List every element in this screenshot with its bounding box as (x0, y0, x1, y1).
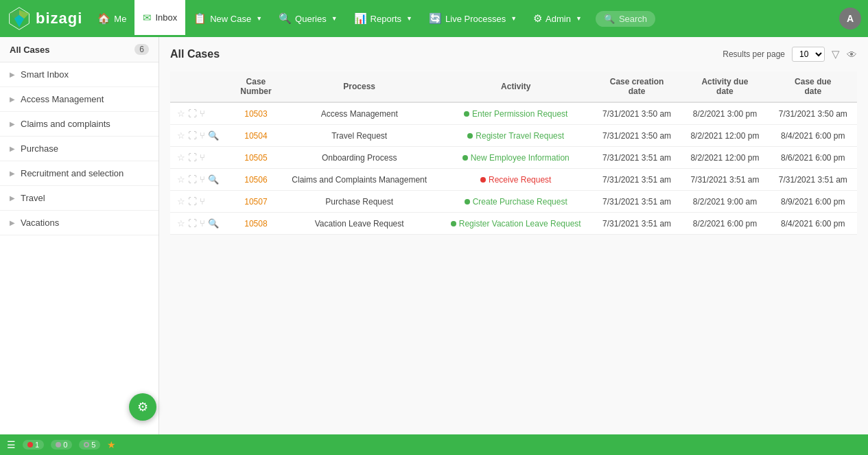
branch-icon[interactable]: ⑂ (200, 152, 205, 163)
case-number-link[interactable]: 10505 (244, 153, 267, 163)
hamburger-icon[interactable]: ☰ (7, 439, 16, 450)
nav-queries[interactable]: 🔍 Queries ▼ (270, 0, 345, 37)
sidebar-item-recruitment-label: Recruitment and selection (21, 168, 149, 178)
badge1-count: 1 (35, 441, 39, 449)
star-toggle[interactable]: ☆ (177, 108, 185, 119)
sidebar: All Cases 6 ▶ Smart Inbox ▶ Access Manag… (0, 37, 159, 434)
status-badge-3[interactable]: 5 (79, 440, 100, 450)
search-area[interactable]: 🔍 Search (596, 11, 655, 27)
search-row-icon[interactable]: 🔍 (208, 130, 219, 141)
share-icon[interactable]: ⛶ (188, 196, 197, 207)
logo-area[interactable]: bizagi (7, 6, 82, 31)
nav-reports-label: Reports (371, 14, 402, 24)
nav-reports[interactable]: 📊 Reports ▼ (346, 0, 421, 37)
branch-icon[interactable]: ⑂ (200, 174, 205, 185)
activity-cell: Register Vacation Leave Request (439, 213, 593, 235)
logo-text: bizagi (36, 10, 82, 27)
search-row-icon[interactable]: 🔍 (208, 174, 219, 185)
star-toggle[interactable]: ☆ (177, 196, 185, 207)
sidebar-item-access-management-label: Access Management (21, 94, 149, 104)
eye-icon[interactable]: 👁 (847, 49, 857, 60)
vacations-arrow: ▶ (10, 219, 15, 226)
nav-live-processes[interactable]: 🔄 Live Processes ▼ (421, 0, 525, 37)
case-number-link[interactable]: 10503 (244, 109, 267, 119)
branch-icon[interactable]: ⑂ (200, 108, 205, 119)
live-processes-arrow: ▼ (511, 15, 517, 22)
search-label: Search (619, 14, 647, 24)
sidebar-header-badge: 6 (134, 44, 149, 55)
sidebar-item-smart-inbox-label: Smart Inbox (21, 69, 149, 80)
case-number-cell: 10503 (232, 102, 280, 125)
table-row: ☆ ⛶ ⑂ 🔍 10504Travel RequestRegister Trav… (170, 125, 857, 147)
activity-status-dot (467, 133, 473, 139)
activity-cell: Register Travel Request (439, 125, 593, 147)
case-number-cell: 10508 (232, 213, 280, 235)
nav-new-case[interactable]: 📋 New Case ▼ (185, 0, 270, 37)
col-activity-due: Activity duedate (681, 71, 769, 102)
branch-icon[interactable]: ⑂ (200, 130, 205, 141)
nav-inbox[interactable]: ✉ Inbox (134, 0, 185, 37)
nav-items: 🏠 Me ✉ Inbox 📋 New Case ▼ 🔍 Queries ▼ 📊 … (89, 0, 834, 37)
status-bar: ☰ 1 0 5 ★ (0, 434, 868, 455)
activity-link[interactable]: Enter Permission Request (472, 109, 567, 119)
star-badge[interactable]: ★ (107, 439, 116, 450)
activity-cell: Receive Request (439, 169, 593, 191)
share-icon[interactable]: ⛶ (188, 174, 197, 185)
table-row: ☆ ⛶ ⑂ 10503Access ManagementEnter Permis… (170, 102, 857, 125)
nav-inbox-label: Inbox (155, 12, 177, 23)
search-icon: 🔍 (604, 14, 615, 24)
sidebar-item-travel[interactable]: ▶ Travel (0, 186, 159, 211)
case-number-link[interactable]: 10506 (244, 175, 267, 185)
activity-status-dot (464, 111, 469, 117)
sidebar-item-smart-inbox[interactable]: ▶ Smart Inbox (0, 62, 159, 87)
main-layout: All Cases 6 ▶ Smart Inbox ▶ Access Manag… (0, 37, 868, 434)
sidebar-item-access-management[interactable]: ▶ Access Management (0, 87, 159, 112)
sidebar-item-purchase[interactable]: ▶ Purchase (0, 137, 159, 161)
nav-admin[interactable]: ⚙ Admin ▼ (525, 0, 590, 37)
share-icon[interactable]: ⛶ (188, 218, 197, 229)
process-cell: Onboarding Process (280, 147, 439, 169)
case-number-link[interactable]: 10508 (244, 219, 267, 229)
activity-link[interactable]: Register Vacation Leave Request (459, 219, 581, 229)
share-icon[interactable]: ⛶ (188, 152, 197, 163)
case-creation-cell: 7/31/2021 3:51 am (593, 213, 681, 235)
row-actions-cell: ☆ ⛶ ⑂ (170, 147, 232, 169)
star-toggle[interactable]: ☆ (177, 174, 185, 185)
sidebar-item-vacations[interactable]: ▶ Vacations (0, 211, 159, 235)
results-per-page-select[interactable]: 10 20 50 (792, 47, 825, 62)
case-number-link[interactable]: 10504 (244, 131, 267, 141)
status-badge-1[interactable]: 1 (23, 440, 44, 450)
star-toggle[interactable]: ☆ (177, 152, 185, 163)
sidebar-item-recruitment[interactable]: ▶ Recruitment and selection (0, 161, 159, 186)
sidebar-item-claims-complaints[interactable]: ▶ Claims and complaints (0, 112, 159, 137)
filter-icon[interactable]: ▽ (832, 48, 840, 60)
new-case-arrow: ▼ (256, 15, 262, 22)
nav-me[interactable]: 🏠 Me (89, 0, 134, 37)
new-case-icon: 📋 (193, 12, 207, 25)
activity-link[interactable]: Register Travel Request (476, 131, 564, 141)
activity-status-dot (462, 155, 468, 161)
purchase-arrow: ▶ (10, 145, 15, 152)
branch-icon[interactable]: ⑂ (200, 196, 205, 207)
share-icon[interactable]: ⛶ (188, 130, 197, 141)
sidebar-item-vacations-label: Vacations (21, 218, 149, 228)
status-badge-2[interactable]: 0 (51, 440, 72, 450)
activity-due-cell: 8/2/2021 3:00 pm (681, 102, 769, 125)
share-icon[interactable]: ⛶ (188, 108, 197, 119)
table-row: ☆ ⛶ ⑂ 🔍 10508Vacation Leave RequestRegis… (170, 213, 857, 235)
process-cell: Access Management (280, 102, 439, 125)
col-case-due: Case duedate (769, 71, 857, 102)
case-number-link[interactable]: 10507 (244, 197, 267, 207)
cases-table: CaseNumber Process Activity Case creatio… (170, 71, 857, 235)
user-avatar[interactable]: A (839, 8, 861, 30)
activity-link[interactable]: New Employee Information (471, 153, 570, 163)
nav-new-case-label: New Case (210, 14, 251, 24)
search-row-icon[interactable]: 🔍 (208, 218, 219, 229)
fab-button[interactable]: ⚙ (129, 393, 156, 421)
col-actions (170, 71, 232, 102)
activity-link[interactable]: Receive Request (489, 175, 551, 185)
star-toggle[interactable]: ☆ (177, 218, 185, 229)
branch-icon[interactable]: ⑂ (200, 218, 205, 229)
activity-link[interactable]: Create Purchase Request (473, 197, 567, 207)
star-toggle[interactable]: ☆ (177, 130, 185, 141)
